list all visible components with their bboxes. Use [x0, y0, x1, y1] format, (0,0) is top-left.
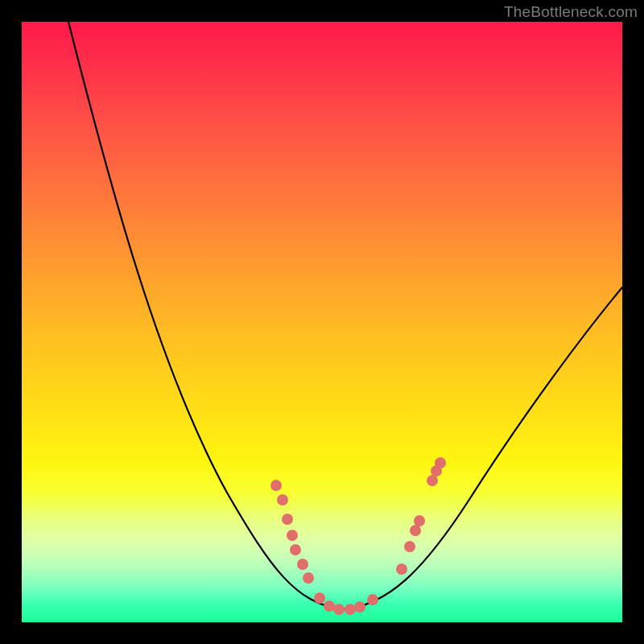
curve-dot [435, 457, 446, 469]
dots-group [270, 457, 446, 615]
curve-dot [324, 601, 335, 612]
curve-dot [282, 514, 293, 525]
curve-dot [303, 572, 314, 584]
curve-dot [367, 594, 378, 605]
curve-dot [333, 604, 345, 615]
curve-dot [290, 544, 301, 555]
curve-dot [277, 494, 288, 506]
curve-dot [314, 592, 325, 604]
curve-dot [354, 601, 365, 613]
curve-dot [427, 475, 438, 486]
curve-path [68, 22, 622, 609]
curve-dot [287, 530, 298, 541]
curve-dot [270, 480, 282, 491]
curve-dot [404, 541, 415, 552]
curve-dot [414, 515, 425, 526]
curve-dot [345, 604, 356, 615]
curve-dot [396, 564, 407, 575]
plot-area [22, 22, 622, 622]
curve-dot [297, 559, 308, 570]
curve-dot [410, 525, 421, 536]
bottleneck-chart [22, 22, 622, 622]
attribution-text: TheBottleneck.com [504, 3, 638, 21]
